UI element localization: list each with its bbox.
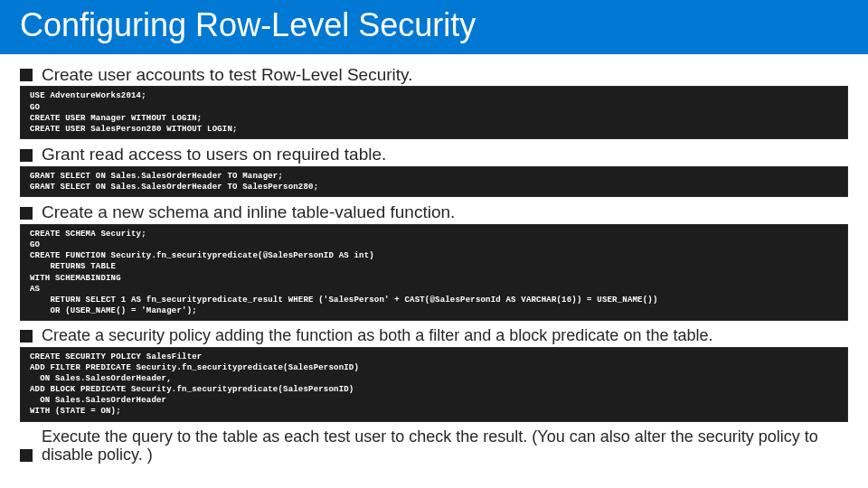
section-step-5: Execute the query to the table as each t… xyxy=(20,427,848,465)
bullet-icon xyxy=(20,449,33,462)
code-block-2: GRANT SELECT ON Sales.SalesOrderHeader T… xyxy=(20,166,848,197)
slide-content: Create user accounts to test Row-Level S… xyxy=(0,54,868,465)
section-step-2: Grant read access to users on required t… xyxy=(20,145,848,164)
section-step-4: Create a security policy adding the func… xyxy=(20,326,848,345)
bullet-icon xyxy=(20,69,33,81)
code-block-1: USE AdventureWorks2014; GO CREATE USER M… xyxy=(20,86,848,139)
code-block-3: CREATE SCHEMA Security; GO CREATE FUNCTI… xyxy=(20,224,848,321)
title-text: Configuring Row-Level Security xyxy=(20,6,476,43)
section-label: Execute the query to the table as each t… xyxy=(42,427,848,465)
bullet-icon xyxy=(20,330,33,343)
section-label: Create a new schema and inline table-val… xyxy=(42,202,455,222)
section-step-3: Create a new schema and inline table-val… xyxy=(20,202,848,222)
section-label: Grant read access to users on required t… xyxy=(42,145,386,164)
bullet-icon xyxy=(20,149,33,162)
section-label: Create a security policy adding the func… xyxy=(42,326,712,345)
section-label: Create user accounts to test Row-Level S… xyxy=(42,65,412,85)
slide-title: Configuring Row-Level Security xyxy=(0,0,868,54)
section-step-1: Create user accounts to test Row-Level S… xyxy=(20,65,848,85)
bullet-icon xyxy=(20,207,33,220)
code-block-4: CREATE SECURITY POLICY SalesFilter ADD F… xyxy=(20,347,848,422)
